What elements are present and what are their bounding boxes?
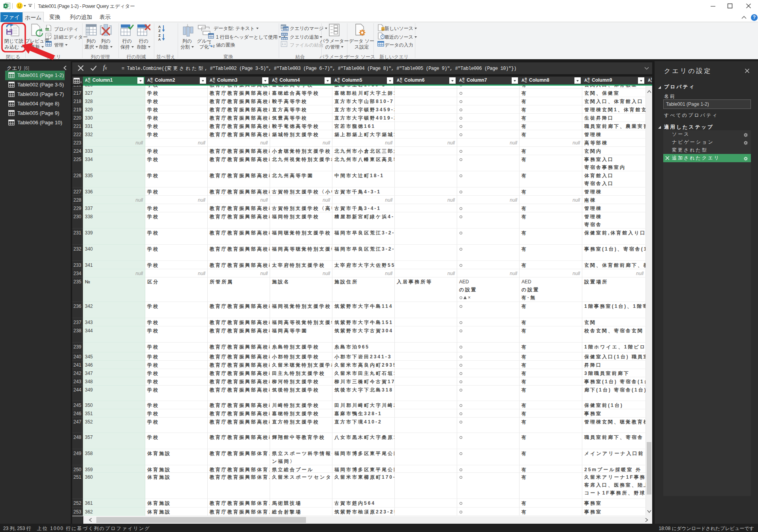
svg-text:1: 1 [209, 41, 211, 45]
svg-text:Z: Z [158, 29, 161, 32]
svg-text:X: X [4, 4, 7, 8]
svg-text:A: A [158, 37, 161, 41]
svg-text:Z: Z [158, 34, 161, 37]
svg-text:A: A [158, 25, 161, 29]
svg-text:2: 2 [213, 44, 215, 48]
